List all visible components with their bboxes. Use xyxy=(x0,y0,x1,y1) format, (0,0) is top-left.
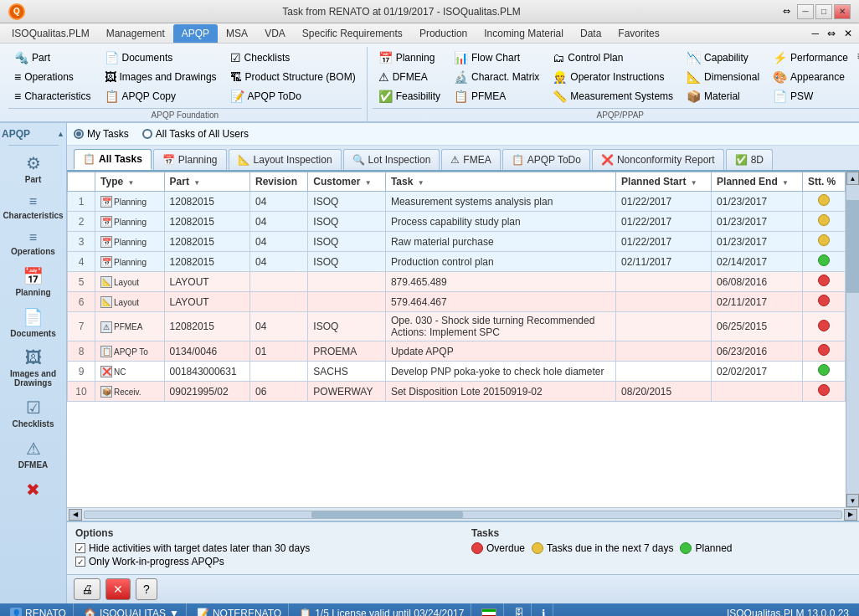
ribbon-btn-dfmea[interactable]: ⚠ DFMEA xyxy=(373,68,446,86)
ribbon-btn-planning[interactable]: 📅 Planning xyxy=(373,49,446,67)
title-bar-restore-btn[interactable]: ⇔ xyxy=(778,4,795,19)
sidebar-item-dfmea[interactable]: ⚠ DFMEA xyxy=(3,434,64,474)
ribbon-btn-operations[interactable]: ≡ Operations xyxy=(8,68,97,86)
ribbon-btn-dimensional[interactable]: 📐 Dimensional xyxy=(681,68,765,86)
vscroll-thumb[interactable] xyxy=(846,200,859,293)
table-row[interactable]: 4 📅 Planning 12082015 04 ISOQ Production… xyxy=(68,252,846,272)
menu-msa[interactable]: MSA xyxy=(218,24,256,43)
tab-lot-inspection[interactable]: 🔍 Lot Inspection xyxy=(343,149,440,170)
ribbon-btn-feasibility[interactable]: ✅ Feasibility xyxy=(373,87,446,105)
vertical-scrollbar[interactable]: ▲ ▼ xyxy=(846,172,859,507)
tab-layout-inspection[interactable]: 📐 Layout Inspection xyxy=(229,149,342,170)
radio-my-tasks[interactable]: My Tasks xyxy=(74,128,129,140)
menu-specific-req[interactable]: Specific Requirements xyxy=(294,24,411,43)
hscroll-right-btn[interactable]: ▶ xyxy=(844,509,857,521)
ribbon-btn-operator[interactable]: 👷 Operator Instructions xyxy=(547,68,679,86)
menu-management[interactable]: Management xyxy=(98,24,173,43)
th-status[interactable]: Stt. % xyxy=(802,172,845,192)
th-revision[interactable]: Revision xyxy=(250,172,308,192)
table-row[interactable]: 6 📐 Layout LAYOUT 579.464.467 02/11/2017 xyxy=(68,292,846,312)
tab-nonconformity[interactable]: ❌ Nonconformity Report xyxy=(592,149,724,170)
th-planned-start[interactable]: Planned Start ▼ xyxy=(616,172,712,192)
title-bar-close-btn[interactable]: ✕ xyxy=(834,4,851,19)
ribbon-btn-material[interactable]: 📦 Material xyxy=(681,87,765,105)
hscroll-left-btn[interactable]: ◀ xyxy=(69,509,82,521)
menu-favorites[interactable]: Favorites xyxy=(610,24,667,43)
table-row[interactable]: 9 ❌ NC 001843000631 SACHS Develop PNP po… xyxy=(68,362,846,382)
sidebar-item-documents[interactable]: 📄 Documents xyxy=(3,303,64,342)
sidebar-item-checklists[interactable]: ☑ Checklists xyxy=(3,393,64,433)
menu-vda[interactable]: VDA xyxy=(256,24,294,43)
vscroll-up-btn[interactable]: ▲ xyxy=(846,172,859,185)
ribbon-minimize-btn[interactable]: ─ xyxy=(808,26,822,41)
title-bar-maximize-btn[interactable]: □ xyxy=(815,4,832,19)
sidebar-item-extra[interactable]: ✖ xyxy=(3,475,64,506)
checkbox-row-1[interactable]: Hide activities with target dates later … xyxy=(75,542,455,554)
tab-planning[interactable]: 📅 Planning xyxy=(153,149,227,170)
sidebar-item-part[interactable]: ⚙ Part xyxy=(3,149,64,188)
sidebar-item-operations[interactable]: ≡ Operations xyxy=(3,226,64,260)
tab-all-tasks[interactable]: 📋 All Tasks xyxy=(74,149,152,170)
th-customer[interactable]: Customer ▼ xyxy=(308,172,386,192)
ribbon-restore-btn[interactable]: ⇔ xyxy=(824,26,839,41)
menu-data[interactable]: Data xyxy=(572,24,610,43)
table-row[interactable]: 7 ⚠ PFMEA 12082015 04 ISOQ Ope. 030 - Sh… xyxy=(68,312,846,341)
title-bar-minimize-btn[interactable]: ─ xyxy=(797,4,814,19)
table-row[interactable]: 5 📐 Layout LAYOUT 879.465.489 06/08/2016 xyxy=(68,272,846,292)
status-company-arrow[interactable]: ▼ xyxy=(169,608,179,616)
ribbon-btn-capability[interactable]: 📉 Capability xyxy=(681,49,765,67)
ribbon-btn-bom[interactable]: 🏗 Product Structure (BOM) xyxy=(224,68,362,86)
vscroll-track[interactable] xyxy=(846,185,859,494)
window-close-btn[interactable]: ✕ xyxy=(841,26,856,41)
hscroll-thumb[interactable] xyxy=(311,511,463,518)
sidebar-collapse-arrow[interactable]: ▲ xyxy=(57,130,64,138)
checkbox-row-2[interactable]: Only Work-in-progress APQPs xyxy=(75,556,455,567)
table-row[interactable]: 3 📅 Planning 12082015 04 ISOQ Raw materi… xyxy=(68,232,846,252)
help-btn[interactable]: ? xyxy=(136,578,157,600)
horizontal-scrollbar[interactable]: ◀ ▶ xyxy=(67,507,859,521)
ribbon-btn-measurement[interactable]: 📏 Measurement Systems xyxy=(547,87,679,105)
ribbon-btn-part[interactable]: 🔩 Part xyxy=(8,49,97,67)
close-btn[interactable]: ✕ xyxy=(105,578,131,600)
table-row[interactable]: 10 📦 Receiv. 09021995/02 06 POWERWAY Set… xyxy=(68,382,846,402)
ribbon-btn-psw[interactable]: 📄 PSW xyxy=(767,87,854,105)
sidebar-item-characteristics[interactable]: ≡ Characteristics xyxy=(3,190,64,224)
tab-8d[interactable]: ✅ 8D xyxy=(726,149,773,170)
menu-isoqualitas[interactable]: ISOQualitas.PLM xyxy=(3,24,98,43)
ribbon-btn-appearance[interactable]: 🎨 Appearance xyxy=(767,68,854,86)
menu-incoming[interactable]: Incoming Material xyxy=(476,24,572,43)
ribbon-extra-btn1[interactable]: ≡ xyxy=(856,49,859,64)
hscroll-track[interactable] xyxy=(84,511,842,519)
ribbon-extra-btn2[interactable]: ⚑ xyxy=(856,64,859,80)
ribbon-btn-apqp-copy[interactable]: 📋 APQP Copy xyxy=(99,87,223,105)
ribbon-btn-documents[interactable]: 📄 Documents xyxy=(99,49,223,67)
sidebar-item-planning[interactable]: 📅 Planning xyxy=(3,262,64,301)
th-task[interactable]: Task ▼ xyxy=(385,172,615,192)
th-planned-end[interactable]: Planned End ▼ xyxy=(712,172,803,192)
table-row[interactable]: 8 📋 APQP To 0134/0046 01 PROEMA Update A… xyxy=(68,341,846,362)
ribbon-btn-performance[interactable]: ⚡ Performance xyxy=(767,49,854,67)
table-container[interactable]: Type ▼ Part ▼ Revision Customer ▼ Task ▼… xyxy=(67,172,846,507)
menu-production[interactable]: Production xyxy=(411,24,476,43)
ribbon-btn-images[interactable]: 🖼 Images and Drawings xyxy=(99,68,223,86)
ribbon-btn-characteristics[interactable]: ≡ Characteristics xyxy=(8,87,97,105)
ribbon-btn-apqp-todo[interactable]: 📝 APQP ToDo xyxy=(224,87,362,105)
th-type[interactable]: Type ▼ xyxy=(95,172,165,192)
checkbox-hide-activities[interactable] xyxy=(75,543,85,553)
table-row[interactable]: 2 📅 Planning 12082015 04 ISOQ Process ca… xyxy=(68,212,846,232)
table-row[interactable]: 1 📅 Planning 12082015 04 ISOQ Measuremen… xyxy=(68,192,846,212)
th-part[interactable]: Part ▼ xyxy=(164,172,249,192)
tab-apqp-todo[interactable]: 📋 APQP ToDo xyxy=(502,149,590,170)
ribbon-btn-charact-matrix[interactable]: 🔬 Charact. Matrix xyxy=(448,68,545,86)
tab-fmea[interactable]: ⚠ FMEA xyxy=(441,149,500,170)
checkbox-work-in-progress[interactable] xyxy=(75,557,85,567)
ribbon-btn-pfmea[interactable]: 📋 PFMEA xyxy=(448,87,545,105)
ribbon-btn-control-plan[interactable]: 🗂 Control Plan xyxy=(547,49,679,67)
print-btn[interactable]: 🖨 xyxy=(74,578,100,600)
sidebar-item-images[interactable]: 🖼 Images and Drawings xyxy=(3,344,64,392)
ribbon-btn-flowchart[interactable]: 📊 Flow Chart xyxy=(448,49,545,67)
ribbon-btn-checklists[interactable]: ☑ Checklists xyxy=(224,49,362,67)
menu-apqp[interactable]: APQP xyxy=(173,24,218,43)
vscroll-down-btn[interactable]: ▼ xyxy=(846,494,859,507)
radio-all-tasks[interactable]: All Tasks of All Users xyxy=(142,128,249,140)
